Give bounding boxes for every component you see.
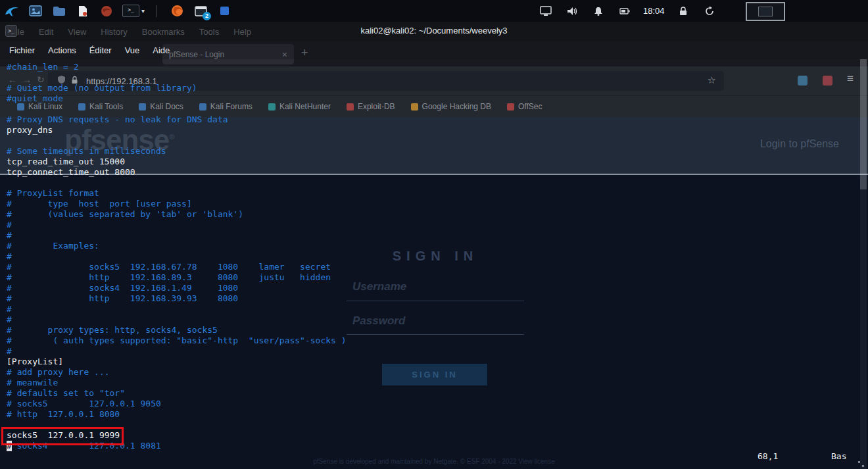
terminal-line: #chain_len = 2	[7, 62, 868, 72]
terminal-line	[7, 420, 868, 430]
terminal-menubar: FichierActionsÉditerVueAide	[0, 41, 868, 59]
terminal-title: kali02@kali02: ~/Documents/weevely3	[0, 26, 868, 36]
terminal-line	[7, 104, 868, 114]
terminal-menu-aide[interactable]: Aide	[153, 45, 170, 55]
terminal-line: tcp_connect_time_out 8000	[7, 167, 868, 178]
terminal-menu-fichier[interactable]: Fichier	[9, 45, 35, 55]
terminal-line: #quiet_mode	[7, 93, 868, 104]
terminal-window: >_ kali02@kali02: ~/Documents/weevely3 ×…	[0, 22, 868, 469]
terminal-line: # Examples:	[7, 241, 868, 251]
terminal-line: #	[7, 304, 868, 314]
terminal-line: # Quiet mode (no output from library)	[7, 83, 868, 93]
terminal-line: # http 127.0.0.1 8080	[7, 409, 868, 420]
chevron-down-icon[interactable]: ▾	[141, 7, 145, 14]
terminal-launcher[interactable]: >_ ▾	[122, 5, 145, 17]
clock[interactable]: 18:04	[643, 6, 665, 16]
logout-icon[interactable]	[702, 3, 717, 19]
window-count-badge: 2	[203, 12, 211, 20]
resize-grip[interactable]	[858, 461, 860, 463]
resize-grip[interactable]	[862, 465, 864, 467]
terminal-line: # Some timeouts in milliseconds	[7, 146, 868, 157]
terminal-line	[7, 178, 868, 188]
terminal-menu-actions[interactable]: Actions	[48, 45, 76, 55]
panel-separator	[157, 5, 157, 17]
volume-icon[interactable]	[564, 3, 580, 19]
scrollbar-thumb[interactable]	[860, 59, 867, 189]
image-viewer-launcher-icon[interactable]	[28, 3, 43, 19]
terminal-line: # socks5 192.168.67.78 1080 lamer secret	[7, 262, 868, 272]
taskbar-firefox-button[interactable]	[169, 3, 185, 19]
taskbar-window-button[interactable]	[216, 3, 232, 19]
vim-scroll-indicator: Bas	[831, 451, 846, 461]
terminal-line: # ProxyList format	[7, 188, 868, 199]
terminal-menu-vue[interactable]: Vue	[125, 45, 140, 55]
lock-screen-icon[interactable]	[675, 3, 691, 19]
vim-cursor-position: 68,1	[758, 451, 778, 461]
panel-window-preview[interactable]	[746, 2, 785, 21]
terminal-line: #	[7, 230, 868, 241]
terminal-line: # http 192.168.39.93 8080	[7, 293, 868, 304]
terminal-line: # http 192.168.89.3 8080 justu hidden	[7, 272, 868, 283]
top-panel: >_ ▾ 2	[0, 0, 868, 22]
terminal-line	[7, 72, 868, 83]
terminal-line: # socks4 127.0.0.1 8081	[7, 441, 868, 451]
terminal-line: #	[7, 220, 868, 230]
panel-tray: 18:04	[538, 0, 717, 22]
taskbar-terminal-button[interactable]: 2	[193, 3, 208, 19]
terminal-line: # ( auth types supported: "basic"-http "…	[7, 335, 868, 346]
terminal-titlebar[interactable]: >_ kali02@kali02: ~/Documents/weevely3 ×	[0, 22, 868, 41]
terminal-line: tcp_read_time_out 15000	[7, 157, 868, 167]
file-manager-launcher-icon[interactable]	[51, 3, 67, 19]
terminal-line	[7, 136, 868, 146]
desktop: >_ ▾ 2	[0, 0, 868, 469]
text-editor-launcher-icon[interactable]	[75, 3, 91, 19]
terminal-launcher-icon: >_	[122, 5, 139, 17]
terminal-line: #	[7, 346, 868, 357]
terminal-line: # (values separated by 'tab' or 'blank')	[7, 209, 868, 220]
terminal-line: proxy_dns	[7, 125, 868, 136]
window-icon	[220, 7, 229, 15]
terminal-scrollbar[interactable]	[860, 59, 867, 469]
browser-launcher-icon[interactable]	[99, 3, 114, 19]
terminal-line: [ProxyList]	[7, 357, 868, 367]
panel-left-group: >_ ▾ 2	[0, 3, 232, 19]
terminal-body[interactable]: #chain_len = 2 # Quiet mode (no output f…	[0, 59, 868, 469]
terminal-line: # socks5 127.0.0.1 9050	[7, 399, 868, 409]
highlighted-proxy-line: socks5 127.0.0.1 9999	[7, 430, 868, 441]
terminal-line: # defaults set to "tor"	[7, 388, 868, 399]
terminal-menu-diter[interactable]: Éditer	[89, 45, 112, 55]
battery-icon[interactable]	[617, 3, 633, 19]
terminal-line: # type host port [user pass]	[7, 199, 868, 209]
kali-menu-icon[interactable]	[4, 3, 20, 19]
terminal-line: # meanwile	[7, 378, 868, 388]
display-icon[interactable]	[538, 3, 554, 19]
terminal-line: # socks4 192.168.1.49 1080	[7, 283, 868, 293]
window-thumbnail	[758, 7, 773, 16]
terminal-line: # Proxy DNS requests - no leak for DNS d…	[7, 114, 868, 125]
terminal-line: # add proxy here ...	[7, 367, 868, 378]
terminal-line: #	[7, 251, 868, 262]
terminal-line: # proxy types: http, socks4, socks5	[7, 325, 868, 335]
notifications-bell-icon[interactable]	[591, 3, 606, 19]
terminal-line: #	[7, 314, 868, 325]
